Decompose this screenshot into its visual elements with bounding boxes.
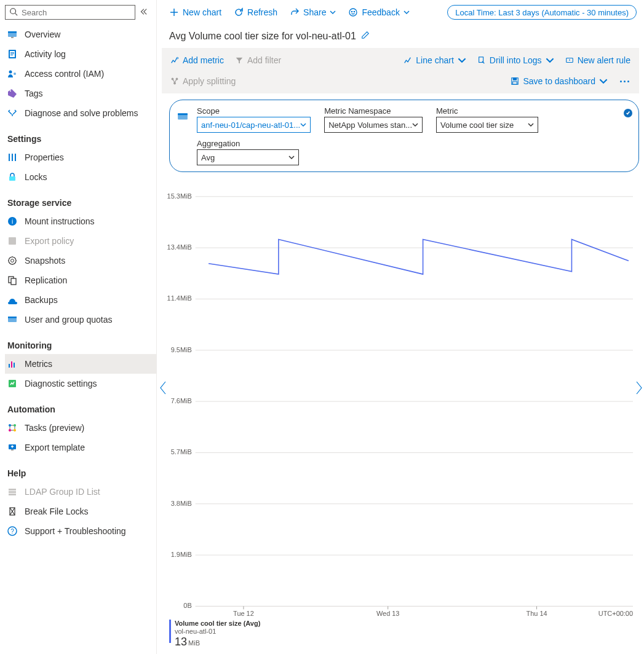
namespace-select[interactable]: NetApp Volumes stan... <box>324 117 423 133</box>
sidebar-heading-help: Help <box>5 457 156 482</box>
support-icon: ? <box>7 526 17 536</box>
svg-rect-19 <box>9 237 16 245</box>
feedback-button[interactable]: Feedback <box>343 2 414 22</box>
sidebar-item-replication[interactable]: Replication <box>5 270 156 290</box>
svg-rect-52 <box>514 78 517 81</box>
svg-text:11.4MiB: 11.4MiB <box>167 294 192 302</box>
locks-icon <box>7 172 17 182</box>
sidebar-item-metrics[interactable]: Metrics <box>5 354 156 374</box>
svg-rect-4 <box>11 37 14 38</box>
add-filter-button: Add filter <box>233 52 284 69</box>
svg-text:Tue 12: Tue 12 <box>233 610 254 617</box>
svg-text:7.6MiB: 7.6MiB <box>171 397 192 404</box>
svg-rect-23 <box>11 278 16 285</box>
properties-icon <box>7 152 17 162</box>
svg-rect-35 <box>11 449 14 451</box>
tasks-icon <box>7 423 17 433</box>
svg-point-43 <box>352 11 352 12</box>
svg-text:UTC+00:00: UTC+00:00 <box>598 610 633 617</box>
break-locks-icon <box>7 506 17 516</box>
svg-point-20 <box>9 257 16 264</box>
svg-rect-28 <box>14 363 15 368</box>
metric-select[interactable]: Volume cool tier size <box>436 117 538 133</box>
svg-rect-36 <box>9 489 16 490</box>
svg-rect-53 <box>513 82 517 84</box>
sidebar-item-activity-log[interactable]: Activity log <box>5 44 156 64</box>
next-button[interactable] <box>635 381 643 396</box>
drill-logs-button[interactable]: Drill into Logs <box>475 52 557 69</box>
svg-rect-8 <box>10 53 14 54</box>
svg-rect-13 <box>9 154 10 161</box>
sidebar-heading-storage: Storage service <box>5 187 156 211</box>
search-icon <box>9 7 18 18</box>
sidebar-item-backups[interactable]: Backups <box>5 290 156 310</box>
check-icon <box>624 109 632 117</box>
sidebar-heading-automation: Automation <box>5 393 156 418</box>
svg-rect-26 <box>9 364 10 368</box>
svg-text:Wed 13: Wed 13 <box>376 610 399 617</box>
chart-title: Avg Volume cool tier size for vol-neu-at… <box>169 31 356 42</box>
sidebar-item-support[interactable]: ?Support + Troubleshooting <box>5 521 156 541</box>
sidebar-item-diagnose[interactable]: Diagnose and solve problems <box>5 103 156 123</box>
sidebar-item-overview[interactable]: Overview <box>5 25 156 44</box>
snapshots-icon <box>7 256 17 266</box>
collapse-icon[interactable] <box>139 7 148 18</box>
export-policy-icon <box>7 236 17 246</box>
svg-rect-14 <box>12 154 13 161</box>
sidebar-item-snapshots[interactable]: Snapshots <box>5 251 156 270</box>
chart-toolbar: Add metric Add filter Line chart Drill i… <box>162 48 639 93</box>
svg-text:15.3MiB: 15.3MiB <box>167 192 192 200</box>
share-button[interactable]: Share <box>285 2 341 22</box>
sidebar: Overview Activity log Access control (IA… <box>0 0 157 654</box>
activity-log-icon <box>7 49 17 59</box>
edit-title-button[interactable] <box>361 31 370 42</box>
sidebar-heading-settings: Settings <box>5 123 156 148</box>
svg-point-30 <box>9 424 11 427</box>
sidebar-heading-monitoring: Monitoring <box>5 329 156 354</box>
prev-button[interactable] <box>159 381 167 396</box>
save-dashboard-button[interactable]: Save to dashboard <box>508 73 610 90</box>
tags-icon <box>7 89 17 98</box>
sidebar-item-properties[interactable]: Properties <box>5 148 156 167</box>
topbar: New chart Refresh Share Feedback Local T… <box>157 0 644 25</box>
diagnose-icon <box>7 108 17 118</box>
sidebar-item-export-template[interactable]: Export template <box>5 438 156 457</box>
svg-text:i: i <box>12 218 13 225</box>
svg-point-42 <box>349 9 357 16</box>
svg-text:3.8MiB: 3.8MiB <box>171 500 192 507</box>
resource-icon <box>177 111 188 124</box>
sidebar-item-export-policy: Export policy <box>5 231 156 251</box>
sidebar-item-quotas[interactable]: User and group quotas <box>5 310 156 329</box>
svg-point-33 <box>14 429 16 431</box>
sidebar-item-diagnostic[interactable]: Diagnostic settings <box>5 374 156 393</box>
apply-splitting-button: Apply splitting <box>168 73 238 90</box>
main: New chart Refresh Share Feedback Local T… <box>157 0 644 654</box>
add-metric-button[interactable]: Add metric <box>168 52 226 69</box>
sidebar-item-tags[interactable]: Tags <box>5 84 156 103</box>
svg-point-10 <box>9 71 12 74</box>
chart[interactable]: 0B1.9MiB3.8MiB5.7MiB7.6MiB9.5MiB11.4MiB1… <box>162 172 639 654</box>
refresh-button[interactable]: Refresh <box>229 2 282 22</box>
sidebar-item-mount[interactable]: iMount instructions <box>5 211 156 231</box>
sidebar-item-break-locks[interactable]: Break File Locks <box>5 502 156 521</box>
aggregation-select[interactable]: Avg <box>197 149 299 165</box>
svg-text:Thu 14: Thu 14 <box>527 610 547 617</box>
time-range-button[interactable]: Local Time: Last 3 days (Automatic - 30 … <box>447 5 637 20</box>
svg-text:5.7MiB: 5.7MiB <box>171 448 192 455</box>
svg-text:13.4MiB: 13.4MiB <box>167 243 192 251</box>
quotas-icon <box>7 315 17 325</box>
sidebar-item-tasks[interactable]: Tasks (preview) <box>5 418 156 438</box>
svg-text:9.5MiB: 9.5MiB <box>171 346 192 353</box>
svg-rect-55 <box>178 113 188 115</box>
sidebar-item-locks[interactable]: Locks <box>5 167 156 187</box>
scope-select[interactable]: anf-neu-01/cap-neu-atl-01... <box>197 117 311 133</box>
chart-type-button[interactable]: Line chart <box>401 52 468 69</box>
chart-title-row: Avg Volume cool tier size for vol-neu-at… <box>157 25 644 48</box>
sidebar-item-access-control[interactable]: Access control (IAM) <box>5 64 156 84</box>
new-chart-button[interactable]: New chart <box>164 2 226 22</box>
more-button[interactable] <box>616 81 633 82</box>
search-input[interactable] <box>5 5 135 20</box>
backups-icon <box>7 295 17 305</box>
svg-text:1.9MiB: 1.9MiB <box>171 551 192 558</box>
new-alert-button[interactable]: New alert rule <box>563 52 633 69</box>
